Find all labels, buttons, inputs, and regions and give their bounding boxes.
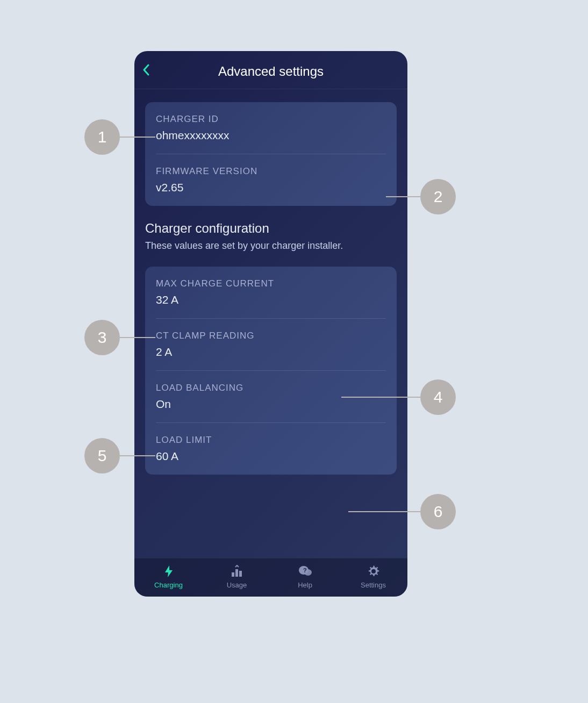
callout-line-5 xyxy=(120,455,155,456)
help-icon: ? xyxy=(298,564,313,579)
svg-text:?: ? xyxy=(303,567,307,573)
callout-3: 3 xyxy=(84,320,120,355)
callout-line-2 xyxy=(386,196,420,197)
tab-usage[interactable]: Usage xyxy=(213,564,261,589)
tab-help[interactable]: ? Help xyxy=(281,564,329,589)
tab-settings-label: Settings xyxy=(361,581,386,589)
ct-clamp-label: CT CLAMP READING xyxy=(156,331,386,341)
callout-4: 4 xyxy=(420,379,456,415)
callout-line-1 xyxy=(120,137,155,138)
back-button[interactable] xyxy=(142,63,150,80)
firmware-label: FIRMWARE VERSION xyxy=(156,166,386,177)
bolt-icon xyxy=(161,564,176,579)
callout-line-6 xyxy=(348,511,420,512)
config-section-subtitle: These values are set by your charger ins… xyxy=(145,240,397,252)
firmware-value: v2.65 xyxy=(156,181,386,194)
max-current-row: MAX CHARGE CURRENT 32 A xyxy=(156,267,386,319)
charger-id-row: CHARGER ID ohmexxxxxxxx xyxy=(156,102,386,154)
callout-5: 5 xyxy=(84,438,120,474)
tab-settings[interactable]: Settings xyxy=(349,564,398,589)
phone-screen: Advanced settings CHARGER ID ohmexxxxxxx… xyxy=(134,51,407,597)
svg-rect-0 xyxy=(232,572,234,577)
gear-icon xyxy=(366,564,381,579)
charger-id-label: CHARGER ID xyxy=(156,114,386,125)
callout-2: 2 xyxy=(420,179,456,214)
page-title: Advanced settings xyxy=(145,64,397,79)
charger-id-value: ohmexxxxxxxx xyxy=(156,129,386,142)
load-limit-value: 60 A xyxy=(156,450,386,463)
ct-clamp-value: 2 A xyxy=(156,346,386,358)
svg-rect-2 xyxy=(239,571,242,577)
load-limit-label: LOAD LIMIT xyxy=(156,435,386,446)
tab-charging[interactable]: Charging xyxy=(145,564,193,589)
callout-1: 1 xyxy=(84,119,120,155)
config-card: MAX CHARGE CURRENT 32 A CT CLAMP READING… xyxy=(145,267,397,475)
svg-point-6 xyxy=(371,569,376,573)
header-bar: Advanced settings xyxy=(134,51,407,89)
tab-usage-label: Usage xyxy=(227,581,247,589)
load-balancing-label: LOAD BALANCING xyxy=(156,383,386,393)
tab-help-label: Help xyxy=(298,581,312,589)
tab-charging-label: Charging xyxy=(154,581,183,589)
content-area: CHARGER ID ohmexxxxxxxx FIRMWARE VERSION… xyxy=(134,89,407,558)
callout-6: 6 xyxy=(420,494,456,529)
firmware-row: FIRMWARE VERSION v2.65 xyxy=(156,154,386,206)
max-current-value: 32 A xyxy=(156,293,386,306)
svg-rect-1 xyxy=(235,569,238,577)
callout-line-3 xyxy=(120,337,155,338)
config-section-title: Charger configuration xyxy=(145,221,397,236)
tab-bar: Charging Usage ? Help xyxy=(134,558,407,597)
ct-clamp-row: CT CLAMP READING 2 A xyxy=(156,319,386,371)
chart-icon xyxy=(230,564,245,579)
max-current-label: MAX CHARGE CURRENT xyxy=(156,278,386,289)
info-card: CHARGER ID ohmexxxxxxxx FIRMWARE VERSION… xyxy=(145,102,397,206)
callout-line-4 xyxy=(341,397,420,398)
load-limit-row: LOAD LIMIT 60 A xyxy=(156,423,386,475)
load-balancing-value: On xyxy=(156,398,386,411)
chevron-left-icon xyxy=(142,63,150,76)
